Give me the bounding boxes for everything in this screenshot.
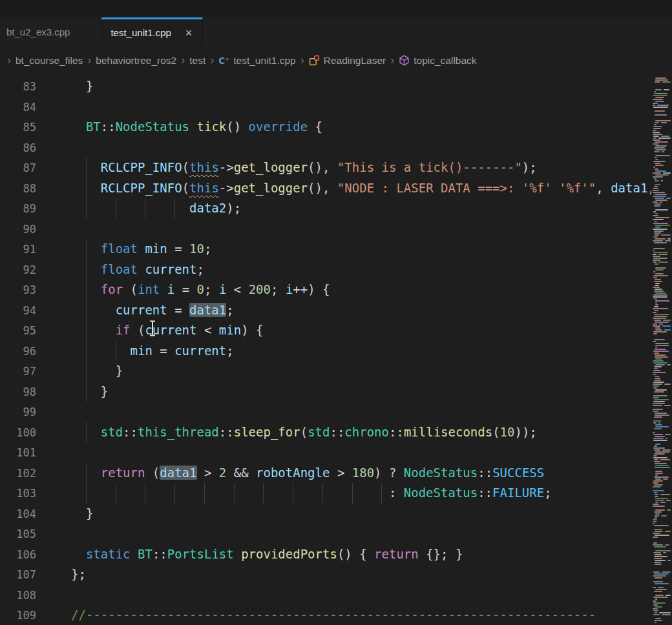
line-number[interactable]: 100	[0, 423, 36, 444]
line-number[interactable]: 106	[0, 545, 36, 566]
line-number[interactable]: 109	[0, 606, 36, 625]
line-number[interactable]: 88	[0, 179, 36, 200]
tab-test_unit1[interactable]: test_unit1.cpp ×	[101, 17, 203, 46]
code-line[interactable]: 83 }	[0, 76, 651, 97]
minimap-line	[653, 143, 659, 145]
line-number[interactable]: 93	[0, 280, 36, 301]
line-number[interactable]: 94	[0, 301, 36, 322]
line-number[interactable]: 89	[0, 199, 36, 220]
line-number[interactable]: 103	[0, 484, 36, 504]
indent-guide	[86, 178, 87, 199]
minimap-line	[655, 329, 662, 331]
line-number[interactable]: 96	[0, 342, 36, 362]
minimap-line	[658, 422, 660, 424]
line-number[interactable]: 83	[0, 77, 36, 97]
line-number[interactable]: 85	[0, 118, 36, 138]
code-line[interactable]: 96 min = current;	[0, 341, 651, 362]
code-line[interactable]: 90	[0, 219, 651, 240]
minimap-line	[655, 413, 667, 414]
minimap-line	[653, 482, 658, 484]
minimap-line	[653, 341, 656, 342]
line-number[interactable]: 105	[0, 524, 36, 545]
code-line[interactable]: 91 float min = 10;	[0, 239, 651, 260]
minimap-line	[658, 261, 668, 263]
code-line[interactable]: 95 if (current < min) {	[0, 320, 651, 341]
code-line[interactable]: 89 data2);	[0, 198, 651, 219]
code-line[interactable]: 88 RCLCPP_INFO(this->get_logger(), "NODE…	[0, 178, 651, 199]
code-line[interactable]: 93 for (int i = 0; i < 200; i++) {	[0, 280, 651, 300]
breadcrumb-item-behaviortree_ros2[interactable]: behaviortree_ros2	[96, 55, 176, 67]
code-line[interactable]: 99	[0, 402, 651, 422]
line-number[interactable]: 91	[0, 240, 36, 260]
minimap-line	[665, 240, 671, 241]
line-number[interactable]: 107	[0, 565, 36, 586]
code-line[interactable]: 101	[0, 442, 651, 463]
minimap-line	[655, 535, 669, 536]
minimap-line	[653, 201, 658, 203]
code-line[interactable]: 103 : NodeStatus::FAILURE;	[0, 483, 651, 504]
code-line[interactable]: 104 }	[0, 504, 651, 524]
code-line[interactable]: 106 static BT::PortsList providedPorts()…	[0, 544, 651, 565]
minimap-line	[655, 97, 664, 98]
breadcrumb-item-test_unit1[interactable]: C⁺ test_unit1.cpp	[218, 55, 296, 67]
minimap-line	[655, 378, 660, 379]
code-line[interactable]: 84	[0, 97, 651, 118]
minimap-line	[658, 587, 664, 588]
line-number[interactable]: 86	[0, 138, 36, 159]
code-line[interactable]: 102 return (data1 > 2 && robotAngle > 18…	[0, 463, 651, 484]
line-number[interactable]: 108	[0, 586, 36, 606]
breadcrumb-item-bt_course_files[interactable]: bt_course_files	[16, 55, 83, 67]
minimap-line	[653, 362, 667, 364]
line-number[interactable]: 98	[0, 382, 36, 403]
code-line[interactable]: 107};	[0, 564, 651, 585]
code-line[interactable]: 109//-----------------------------------…	[0, 605, 651, 625]
line-number[interactable]: 99	[0, 402, 36, 423]
indent-guide	[86, 341, 87, 362]
code-line[interactable]: 87 RCLCPP_INFO(this->get_logger(), "This…	[0, 158, 651, 178]
code-line[interactable]: 94 current = data1;	[0, 300, 651, 321]
minimap-line	[653, 252, 668, 253]
minimap-line	[653, 455, 657, 456]
minimap-line	[653, 323, 657, 325]
minimap-line	[655, 436, 665, 437]
code-line[interactable]: 98 }	[0, 382, 651, 402]
minimap[interactable]	[651, 75, 672, 625]
code-line[interactable]: 108	[0, 585, 651, 606]
breadcrumb-item-ReadingLaser[interactable]: ReadingLaser	[309, 55, 386, 67]
minimap-line	[655, 163, 660, 164]
code-line[interactable]: 105	[0, 524, 651, 544]
minimap-line	[655, 122, 659, 123]
chevron-right-icon: ›	[85, 54, 93, 67]
class-symbol-icon	[309, 55, 320, 66]
minimap-line	[653, 258, 667, 259]
line-number[interactable]: 84	[0, 97, 36, 118]
tab-bt_u2_ex3[interactable]: bt_u2_ex3.cpp	[0, 17, 101, 46]
line-number[interactable]: 102	[0, 464, 36, 484]
minimap-line	[662, 151, 664, 152]
minimap-line	[653, 107, 668, 108]
line-number[interactable]: 87	[0, 158, 36, 179]
breadcrumb-item-test[interactable]: test	[189, 55, 205, 67]
code-line[interactable]: 92 float current;	[0, 260, 651, 280]
minimap-line	[653, 161, 666, 162]
line-number[interactable]: 90	[0, 220, 36, 240]
minimap-line	[653, 360, 664, 362]
minimap-line	[653, 130, 656, 131]
code-line[interactable]: 85 BT::NodeStatus tick() override {	[0, 117, 651, 138]
line-number[interactable]: 97	[0, 362, 36, 382]
line-number[interactable]: 104	[0, 504, 36, 525]
line-number[interactable]: 92	[0, 260, 36, 281]
minimap-line	[653, 370, 660, 371]
minimap-line	[654, 310, 658, 311]
minimap-line	[664, 405, 671, 406]
code-pane[interactable]: 83 }8485 BT::NodeStatus tick() override …	[0, 76, 651, 625]
code-line[interactable]: 100 std::this_thread::sleep_for(std::chr…	[0, 422, 651, 443]
minimap-line	[654, 453, 665, 455]
line-number[interactable]: 101	[0, 443, 36, 464]
breadcrumb-item-topic_callback[interactable]: topic_callback	[399, 55, 476, 67]
minimap-line	[654, 459, 658, 460]
code-line[interactable]: 97 }	[0, 361, 651, 382]
close-icon[interactable]: ×	[185, 27, 193, 39]
code-line[interactable]: 86	[0, 138, 651, 158]
line-number[interactable]: 95	[0, 321, 36, 342]
